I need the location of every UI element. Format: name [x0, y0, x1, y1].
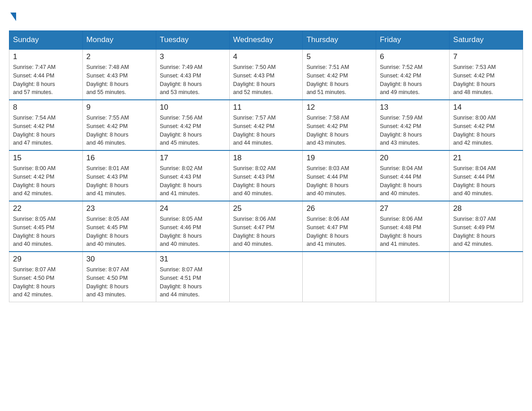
day-number: 19 [306, 154, 372, 163]
day-info: Sunrise: 7:52 AMSunset: 4:42 PMDaylight:… [380, 63, 446, 97]
day-number: 12 [306, 103, 372, 112]
day-cell: 8Sunrise: 7:54 AMSunset: 4:42 PMDaylight… [9, 100, 83, 150]
day-cell: 25Sunrise: 8:06 AMSunset: 4:47 PMDayligh… [229, 201, 303, 252]
day-info: Sunrise: 8:03 AMSunset: 4:44 PMDaylight:… [306, 164, 372, 198]
day-number: 11 [233, 103, 299, 112]
day-cell: 27Sunrise: 8:06 AMSunset: 4:48 PMDayligh… [376, 201, 450, 252]
day-info: Sunrise: 7:49 AMSunset: 4:43 PMDaylight:… [160, 63, 226, 97]
day-info: Sunrise: 8:07 AMSunset: 4:50 PMDaylight:… [13, 265, 79, 299]
day-cell: 22Sunrise: 8:05 AMSunset: 4:45 PMDayligh… [9, 201, 83, 252]
day-info: Sunrise: 8:00 AMSunset: 4:42 PMDaylight:… [13, 164, 79, 198]
day-info: Sunrise: 7:57 AMSunset: 4:42 PMDaylight:… [233, 114, 299, 147]
day-cell: 19Sunrise: 8:03 AMSunset: 4:44 PMDayligh… [303, 150, 376, 201]
day-cell: 6Sunrise: 7:52 AMSunset: 4:42 PMDaylight… [376, 49, 450, 100]
day-number: 1 [13, 52, 79, 61]
calendar-header-row: Sunday Monday Tuesday Wednesday Thursday… [9, 31, 523, 50]
header-thursday: Thursday [303, 31, 376, 50]
day-cell: 17Sunrise: 8:02 AMSunset: 4:43 PMDayligh… [156, 150, 229, 201]
day-cell: 11Sunrise: 7:57 AMSunset: 4:42 PMDayligh… [229, 100, 303, 150]
header-sunday: Sunday [9, 31, 83, 50]
day-info: Sunrise: 8:07 AMSunset: 4:50 PMDaylight:… [86, 265, 152, 299]
day-number: 29 [13, 255, 79, 264]
day-number: 17 [160, 154, 226, 163]
day-number: 21 [453, 154, 519, 163]
day-cell: 24Sunrise: 8:05 AMSunset: 4:46 PMDayligh… [156, 201, 229, 252]
day-cell: 2Sunrise: 7:48 AMSunset: 4:43 PMDaylight… [82, 49, 156, 100]
day-info: Sunrise: 8:02 AMSunset: 4:43 PMDaylight:… [233, 164, 299, 198]
day-info: Sunrise: 8:05 AMSunset: 4:45 PMDaylight:… [13, 215, 79, 248]
day-cell: 7Sunrise: 7:53 AMSunset: 4:42 PMDaylight… [450, 49, 523, 100]
day-number: 3 [160, 52, 226, 61]
day-cell: 4Sunrise: 7:50 AMSunset: 4:43 PMDaylight… [229, 49, 303, 100]
day-cell: 14Sunrise: 8:00 AMSunset: 4:42 PMDayligh… [450, 100, 523, 150]
day-cell: 20Sunrise: 8:04 AMSunset: 4:44 PMDayligh… [376, 150, 450, 201]
day-cell [450, 252, 523, 302]
day-cell: 5Sunrise: 7:51 AMSunset: 4:42 PMDaylight… [303, 49, 376, 100]
day-info: Sunrise: 8:05 AMSunset: 4:45 PMDaylight:… [86, 215, 152, 248]
day-info: Sunrise: 8:07 AMSunset: 4:51 PMDaylight:… [160, 265, 226, 299]
day-info: Sunrise: 7:50 AMSunset: 4:43 PMDaylight:… [233, 63, 299, 97]
day-cell: 29Sunrise: 8:07 AMSunset: 4:50 PMDayligh… [9, 252, 83, 302]
logo-line1 [9, 9, 16, 23]
day-cell: 23Sunrise: 8:05 AMSunset: 4:45 PMDayligh… [82, 201, 156, 252]
day-cell: 9Sunrise: 7:55 AMSunset: 4:42 PMDaylight… [82, 100, 156, 150]
day-number: 16 [86, 154, 152, 163]
day-info: Sunrise: 8:05 AMSunset: 4:46 PMDaylight:… [160, 215, 226, 248]
day-number: 2 [86, 52, 152, 61]
day-cell: 28Sunrise: 8:07 AMSunset: 4:49 PMDayligh… [450, 201, 523, 252]
day-cell: 13Sunrise: 7:59 AMSunset: 4:42 PMDayligh… [376, 100, 450, 150]
day-info: Sunrise: 8:06 AMSunset: 4:48 PMDaylight:… [380, 215, 446, 248]
day-info: Sunrise: 7:53 AMSunset: 4:42 PMDaylight:… [453, 63, 519, 97]
page-header [9, 9, 523, 21]
day-info: Sunrise: 8:06 AMSunset: 4:47 PMDaylight:… [306, 215, 372, 248]
day-number: 26 [306, 204, 372, 213]
day-info: Sunrise: 8:07 AMSunset: 4:49 PMDaylight:… [453, 215, 519, 248]
day-number: 24 [160, 204, 226, 213]
day-number: 25 [233, 204, 299, 213]
day-info: Sunrise: 7:48 AMSunset: 4:43 PMDaylight:… [86, 63, 152, 97]
day-info: Sunrise: 7:55 AMSunset: 4:42 PMDaylight:… [86, 114, 152, 147]
day-info: Sunrise: 7:59 AMSunset: 4:42 PMDaylight:… [380, 114, 446, 147]
day-cell: 3Sunrise: 7:49 AMSunset: 4:43 PMDaylight… [156, 49, 229, 100]
day-number: 23 [86, 204, 152, 213]
day-info: Sunrise: 8:06 AMSunset: 4:47 PMDaylight:… [233, 215, 299, 248]
day-info: Sunrise: 7:58 AMSunset: 4:42 PMDaylight:… [306, 114, 372, 147]
day-number: 27 [380, 204, 446, 213]
day-info: Sunrise: 8:04 AMSunset: 4:44 PMDaylight:… [380, 164, 446, 198]
day-cell: 1Sunrise: 7:47 AMSunset: 4:44 PMDaylight… [9, 49, 83, 100]
day-cell: 16Sunrise: 8:01 AMSunset: 4:43 PMDayligh… [82, 150, 156, 201]
day-cell [303, 252, 376, 302]
day-info: Sunrise: 8:00 AMSunset: 4:42 PMDaylight:… [453, 114, 519, 147]
day-number: 28 [453, 204, 519, 213]
day-number: 6 [380, 52, 446, 61]
header-monday: Monday [82, 31, 156, 50]
day-info: Sunrise: 7:47 AMSunset: 4:44 PMDaylight:… [13, 63, 79, 97]
header-friday: Friday [376, 31, 450, 50]
week-row-3: 15Sunrise: 8:00 AMSunset: 4:42 PMDayligh… [9, 150, 523, 201]
day-number: 31 [160, 255, 226, 264]
day-cell: 31Sunrise: 8:07 AMSunset: 4:51 PMDayligh… [156, 252, 229, 302]
header-wednesday: Wednesday [229, 31, 303, 50]
calendar-table: Sunday Monday Tuesday Wednesday Thursday… [9, 30, 523, 302]
day-number: 5 [306, 52, 372, 61]
day-number: 10 [160, 103, 226, 112]
day-number: 4 [233, 52, 299, 61]
day-info: Sunrise: 7:56 AMSunset: 4:42 PMDaylight:… [160, 114, 226, 147]
week-row-5: 29Sunrise: 8:07 AMSunset: 4:50 PMDayligh… [9, 252, 523, 302]
day-cell [376, 252, 450, 302]
week-row-2: 8Sunrise: 7:54 AMSunset: 4:42 PMDaylight… [9, 100, 523, 150]
day-number: 30 [86, 255, 152, 264]
day-cell: 30Sunrise: 8:07 AMSunset: 4:50 PMDayligh… [82, 252, 156, 302]
day-cell: 10Sunrise: 7:56 AMSunset: 4:42 PMDayligh… [156, 100, 229, 150]
header-saturday: Saturday [450, 31, 523, 50]
day-cell: 18Sunrise: 8:02 AMSunset: 4:43 PMDayligh… [229, 150, 303, 201]
day-number: 9 [86, 103, 152, 112]
day-number: 7 [453, 52, 519, 61]
day-cell: 15Sunrise: 8:00 AMSunset: 4:42 PMDayligh… [9, 150, 83, 201]
logo-arrow-icon [10, 13, 16, 21]
day-cell: 12Sunrise: 7:58 AMSunset: 4:42 PMDayligh… [303, 100, 376, 150]
day-cell [229, 252, 303, 302]
day-number: 20 [380, 154, 446, 163]
day-cell: 26Sunrise: 8:06 AMSunset: 4:47 PMDayligh… [303, 201, 376, 252]
week-row-1: 1Sunrise: 7:47 AMSunset: 4:44 PMDaylight… [9, 49, 523, 100]
